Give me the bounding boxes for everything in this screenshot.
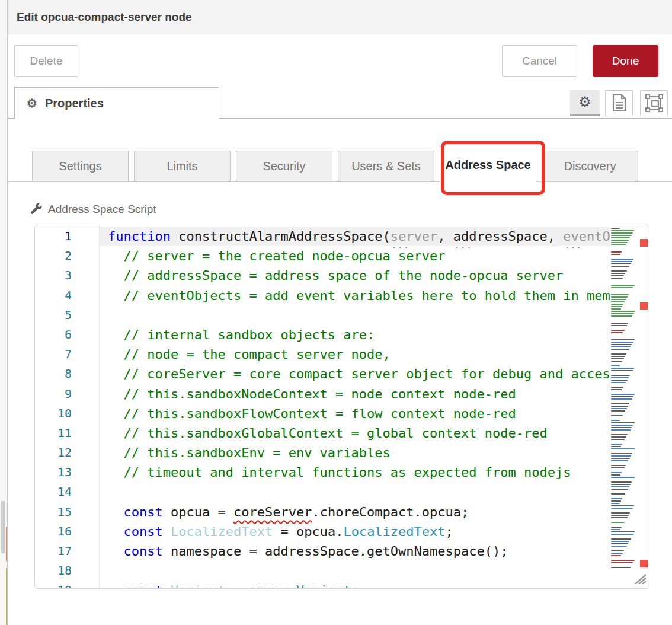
tab-security[interactable]: Security xyxy=(236,151,332,181)
code-line-11[interactable]: // this.sandboxGlobalContext = global co… xyxy=(100,423,610,443)
minimap-row xyxy=(611,278,623,279)
code-line-5[interactable] xyxy=(100,305,610,325)
minimap-row xyxy=(611,427,632,428)
minimap-row xyxy=(611,261,632,262)
minimap-row xyxy=(611,306,622,307)
background-scrollbar[interactable] xyxy=(1,501,5,553)
minimap-row xyxy=(611,251,622,253)
code-line-2[interactable]: // server = the created node-opcua serve… xyxy=(100,246,610,266)
minimap-row xyxy=(611,503,620,504)
minimap-row xyxy=(611,484,631,485)
minimap-row xyxy=(611,491,626,492)
minimap-row xyxy=(611,415,623,416)
tab-users-sets[interactable]: Users & Sets xyxy=(338,151,434,181)
minimap-row xyxy=(611,304,623,305)
minimap-row xyxy=(611,368,634,369)
cancel-button[interactable]: Cancel xyxy=(502,45,577,77)
code-line-12[interactable]: // this.sandboxEnv = env variables xyxy=(100,443,610,463)
minimap-row xyxy=(611,280,621,281)
code-line-16[interactable]: const LocalizedText = opcua.LocalizedTex… xyxy=(100,522,610,541)
minimap-row xyxy=(611,247,625,248)
code-line-6[interactable]: // internal sandbox objects are: xyxy=(100,325,610,345)
tab-properties[interactable]: ⚙ Properties xyxy=(14,87,219,119)
minimap-row xyxy=(611,384,625,385)
minimap-row xyxy=(611,372,632,374)
code-line-1[interactable]: function constructAlarmAddressSpace(serv… xyxy=(100,227,610,246)
line-number: 19 xyxy=(35,581,72,589)
code-line-15[interactable]: const opcua = coreServer.choreCompact.op… xyxy=(100,502,610,522)
appearance-icon xyxy=(645,94,663,112)
minimap-row xyxy=(611,493,625,495)
minimap-row xyxy=(611,446,621,447)
minimap-row xyxy=(611,344,632,345)
minimap-row xyxy=(611,332,623,333)
minimap-row xyxy=(611,441,623,442)
minimap-row xyxy=(611,301,625,302)
minimap-row xyxy=(611,230,634,231)
minimap-row xyxy=(611,346,631,347)
code-line-17[interactable]: const namespace = addressSpace.getOwnNam… xyxy=(100,541,610,561)
dialog-title: Edit opcua-compact-server node xyxy=(17,11,192,24)
minimap-row xyxy=(611,363,621,364)
code-line-3[interactable]: // addressSpace = address space of the n… xyxy=(100,266,610,285)
code-line-4[interactable]: // eventObjects = add event variables he… xyxy=(100,286,610,305)
tab-address-space[interactable]: Address Space xyxy=(440,146,536,184)
minimap-row xyxy=(611,410,625,412)
appearance-icon-button[interactable] xyxy=(640,90,668,116)
line-number: 4 xyxy=(35,286,72,305)
minimap-row xyxy=(611,538,631,540)
code-line-19[interactable]: const Variant = opcua.Variant; xyxy=(100,581,610,588)
minimap-row xyxy=(611,510,632,511)
editor-minimap[interactable] xyxy=(611,228,638,586)
minimap-row xyxy=(611,325,627,326)
minimap-row xyxy=(611,254,620,255)
minimap-row xyxy=(611,448,635,449)
minimap-row xyxy=(611,318,631,319)
minimap-row xyxy=(611,417,621,419)
tab-discovery[interactable]: Discovery xyxy=(542,151,638,181)
description-icon-button[interactable] xyxy=(605,90,633,116)
minimap-row xyxy=(611,489,628,490)
tab-settings[interactable]: Settings xyxy=(32,151,129,181)
minimap-row xyxy=(611,481,632,483)
minimap-row xyxy=(611,228,620,229)
line-number: 3 xyxy=(35,266,72,285)
code-line-13[interactable]: // timeout and interval functions as exp… xyxy=(100,463,610,482)
done-button[interactable]: Done xyxy=(593,45,658,77)
minimap-row xyxy=(611,232,633,234)
line-number: 13 xyxy=(35,463,72,482)
minimap-row xyxy=(611,380,628,381)
minimap-row xyxy=(611,270,627,272)
line-number: 18 xyxy=(35,561,72,581)
delete-button[interactable]: Delete xyxy=(14,45,78,77)
line-number: 8 xyxy=(35,364,72,384)
gear-icon: ⚙ xyxy=(578,95,591,109)
minimap-row xyxy=(611,519,626,521)
minimap-row xyxy=(611,512,630,514)
tab-bar: SettingsLimitsSecurityUsers & SetsAddres… xyxy=(8,150,672,182)
code-line-9[interactable]: // this.sandboxNodeContext = node contex… xyxy=(100,384,610,404)
minimap-row xyxy=(611,470,623,471)
minimap-row xyxy=(611,244,626,245)
code-line-7[interactable]: // node = the compact server node, xyxy=(100,345,610,364)
code-line-8[interactable]: // coreServer = core compact server obje… xyxy=(100,364,610,384)
code-line-14[interactable] xyxy=(100,482,610,502)
minimap-row xyxy=(611,467,625,468)
line-number: 5 xyxy=(35,305,72,325)
code-line-18[interactable] xyxy=(100,561,610,581)
tab-limits[interactable]: Limits xyxy=(134,151,231,181)
minimap-row xyxy=(611,263,631,264)
editor-code-area[interactable]: function constructAlarmAddressSpace(serv… xyxy=(100,225,610,588)
minimap-row xyxy=(611,356,625,357)
properties-tab-label: Properties xyxy=(45,97,104,110)
resize-grip-icon[interactable] xyxy=(634,573,646,584)
code-editor[interactable]: 12345678910111213141516171819 function c… xyxy=(34,225,649,589)
minimap-row xyxy=(611,429,631,431)
minimap-row xyxy=(611,377,629,378)
error-marker xyxy=(640,302,648,310)
line-number: 11 xyxy=(35,423,72,443)
code-line-10[interactable]: // this.sandboxFlowContext = flow contex… xyxy=(100,404,610,423)
properties-icon-button[interactable]: ⚙ xyxy=(570,90,600,116)
minimap-row xyxy=(611,550,624,551)
line-number: 14 xyxy=(35,482,72,502)
